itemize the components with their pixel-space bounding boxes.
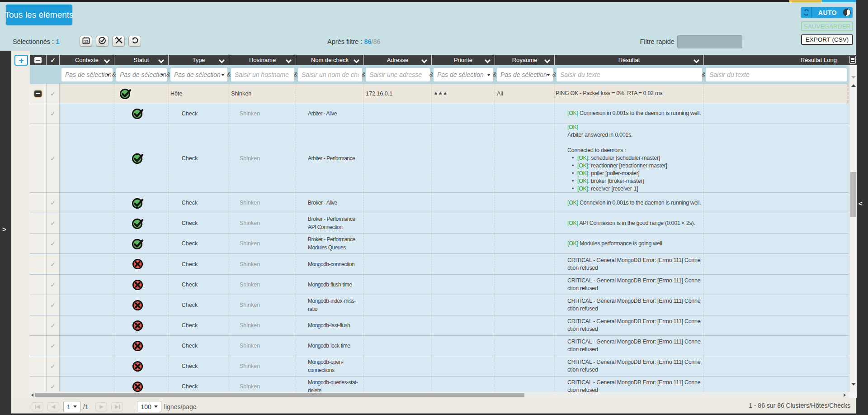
row-selected-icon[interactable]: ✓: [47, 363, 59, 370]
column-header-check[interactable]: ✓: [47, 55, 60, 65]
scroll-up-icon[interactable]: [851, 76, 856, 79]
column-header-contexte[interactable]: Contexte: [60, 55, 114, 65]
row-selected-icon[interactable]: ✓: [47, 261, 59, 268]
export-csv-button[interactable]: EXPORT (CSV): [801, 34, 853, 45]
cell-adresse: [364, 213, 432, 233]
cell-statut: [114, 377, 169, 392]
table-row[interactable]: ✓CheckShinkenMongodb-flush-timeCRITICAL …: [30, 275, 849, 295]
scroll-right-icon[interactable]: [844, 393, 846, 397]
pagination: ◀ ◀ 1 /1 ▶ ▶ 100 lignes/page: [32, 401, 196, 412]
row-selected-icon[interactable]: ✓: [47, 322, 59, 329]
save-button[interactable]: SAUVEGARDER: [801, 21, 853, 31]
all-elements-button[interactable]: Tous les éléments: [6, 5, 72, 25]
page-select[interactable]: 1: [63, 401, 80, 412]
table-row[interactable]: ✓CheckShinkenMongodb-last-flushCRITICAL …: [30, 315, 849, 336]
first-page-button[interactable]: ◀: [32, 402, 43, 411]
auto-refresh-button[interactable]: AUTO: [801, 7, 853, 18]
filter-select-type[interactable]: Pas de sélection: [170, 68, 227, 81]
filter-select-contexte[interactable]: Pas de sélection: [61, 68, 113, 81]
collapse-row-icon[interactable]: [34, 91, 42, 97]
table-row[interactable]: ✓CheckShinkenMongodb-connectionCRITICAL …: [30, 254, 849, 275]
row-selected-icon[interactable]: ✓: [47, 240, 59, 247]
table-row[interactable]: ✓CheckShinkenBroker - Performance API Co…: [30, 213, 849, 234]
table-row[interactable]: ✓CheckShinkenArbiter - Performance[OK]Ar…: [30, 124, 849, 193]
cell-type: Check: [169, 377, 229, 392]
vertical-scrollbar[interactable]: [849, 65, 857, 392]
row-selected-icon[interactable]: ✓: [47, 110, 59, 117]
fix-button[interactable]: [112, 36, 125, 47]
filter-select-statut[interactable]: Pas de sélection: [116, 68, 167, 81]
reset-button[interactable]: [128, 36, 141, 47]
table-row[interactable]: ✓CheckShinkenBroker - Performance Module…: [30, 234, 849, 254]
filter-input-adresse[interactable]: [366, 68, 430, 81]
filter-select-priorite[interactable]: Pas de sélection: [434, 68, 493, 81]
schedule-button[interactable]: 15: [80, 36, 92, 47]
top-bar: [0, 0, 868, 2]
filter-input-resultat[interactable]: [557, 68, 702, 81]
row-selected-icon[interactable]: ✓: [47, 383, 59, 390]
cell-type: Check: [169, 234, 229, 253]
table-row[interactable]: ✓CheckShinkenMongodb-queries-stat-delete…: [30, 377, 849, 392]
last-page-button[interactable]: ▶: [111, 402, 123, 411]
column-header-priorite[interactable]: Priorité: [432, 55, 495, 65]
quick-filter-input[interactable]: [677, 35, 742, 48]
cell-contexte: [60, 213, 114, 233]
row-selected-icon[interactable]: ✓: [47, 301, 59, 309]
status-critical-icon: [131, 278, 144, 291]
cell-royaume: [495, 124, 555, 192]
table-menu-button[interactable]: [849, 56, 856, 64]
acknowledge-button[interactable]: [96, 36, 108, 47]
scroll-down-icon[interactable]: [851, 383, 856, 386]
filter-select-royaume[interactable]: Pas de sélection: [497, 68, 553, 81]
horizontal-scrollbar[interactable]: [30, 392, 849, 398]
column-header-check_name[interactable]: Nom de check: [296, 55, 364, 65]
select-all-icon[interactable]: ✓: [50, 57, 56, 64]
vertical-scrollbar-thumb[interactable]: [850, 172, 856, 217]
expand-right-panel-icon[interactable]: <: [859, 200, 863, 207]
row-selected-icon[interactable]: ✓: [47, 199, 59, 206]
cell-statut: [114, 84, 169, 103]
column-header-hostname[interactable]: Hostname: [229, 55, 296, 65]
column-header-statut[interactable]: Statut: [114, 55, 169, 65]
add-column-button[interactable]: +: [14, 55, 28, 66]
cell-contexte: [60, 315, 114, 335]
next-page-button[interactable]: ▶: [95, 402, 107, 411]
filter-input-hostname[interactable]: [231, 68, 294, 81]
row-selected-icon[interactable]: ✓: [47, 281, 59, 288]
column-header-royaume[interactable]: Royaume: [495, 55, 555, 65]
prev-page-button[interactable]: ◀: [47, 402, 59, 411]
lines-per-page-select[interactable]: 100: [137, 401, 161, 412]
cell-check_name: Mongodb-connection: [296, 254, 364, 274]
status-ok-icon: [119, 87, 132, 100]
row-selected-icon[interactable]: ✓: [47, 219, 59, 227]
collapse-all-icon[interactable]: [34, 57, 42, 63]
left-collapsed-panel[interactable]: >: [0, 51, 11, 415]
svg-text:15: 15: [84, 39, 88, 43]
row-selected-icon[interactable]: ✓: [47, 155, 59, 162]
filter-input-check_name[interactable]: [298, 68, 362, 81]
expand-left-panel-icon[interactable]: >: [2, 225, 6, 233]
column-header-resultat_long[interactable]: Résultat Long: [704, 55, 857, 65]
cell-royaume: [495, 193, 555, 213]
horizontal-scrollbar-thumb[interactable]: [35, 393, 524, 397]
table-row[interactable]: ✓CheckShinkenBroker - Alive[OK] Connexio…: [30, 193, 849, 213]
right-collapsed-panel[interactable]: <: [856, 0, 868, 415]
column-header-resultat[interactable]: Résultat: [555, 55, 704, 65]
filter-input-resultat_long[interactable]: [706, 68, 847, 81]
cell-type: Check: [169, 254, 229, 274]
table-row[interactable]: ✓CheckShinkenMongodb-lock-timeCRITICAL -…: [30, 336, 849, 356]
table-row[interactable]: ✓HôteShinken172.16.0.1★★★AllPING OK - Pa…: [30, 84, 849, 103]
cell-contexte: [60, 84, 114, 103]
table-row[interactable]: ✓CheckShinkenArbiter - Alive[OK] Connexi…: [30, 103, 849, 124]
table-filter-row: Pas de sélection&Pas de sélection&Pas de…: [30, 65, 849, 84]
scroll-left-icon[interactable]: [31, 393, 33, 397]
column-header-collapse[interactable]: [30, 55, 47, 65]
table-row[interactable]: ✓CheckShinkenMongodb-index-miss-ratioCRI…: [30, 295, 849, 315]
row-selected-icon[interactable]: ✓: [47, 90, 59, 97]
cell-collapse: [30, 193, 47, 213]
column-header-adresse[interactable]: Adresse: [364, 55, 432, 65]
row-selected-icon[interactable]: ✓: [47, 342, 59, 349]
scroll-up-icon[interactable]: [851, 84, 856, 87]
column-header-type[interactable]: Type: [169, 55, 229, 65]
table-row[interactable]: ✓CheckShinkenMongodb-open-connectionsCRI…: [30, 356, 849, 377]
